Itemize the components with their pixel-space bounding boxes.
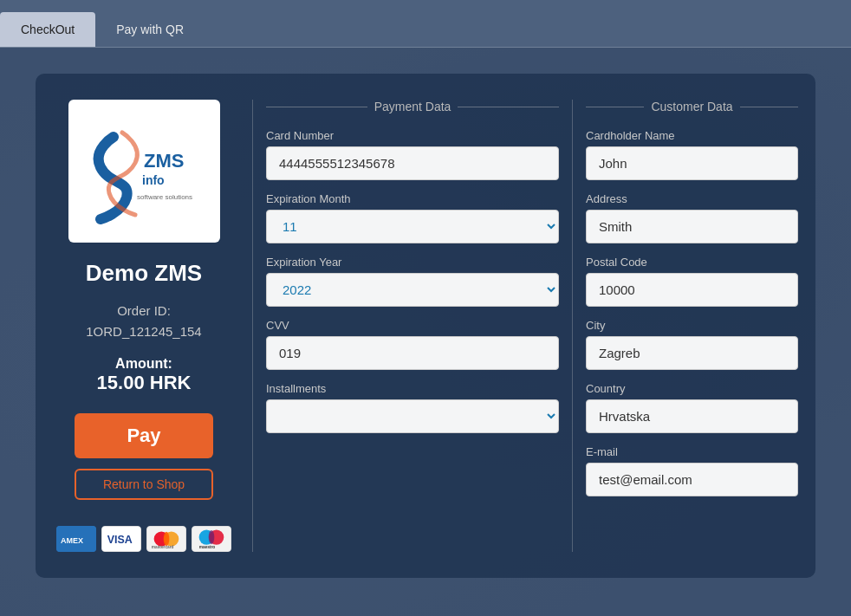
amount-label: Amount: [115,356,172,372]
address-label: Address [586,192,798,205]
city-group: City [586,319,798,370]
customer-data-title: Customer Data [586,100,798,113]
cardholder-name-input[interactable] [586,146,798,180]
postal-code-label: Postal Code [586,256,798,269]
svg-text:AMEX: AMEX [61,536,83,545]
postal-code-group: Postal Code [586,256,798,307]
installments-label: Installments [266,382,559,395]
card-number-input[interactable] [266,146,559,180]
payment-data-title: Payment Data [266,100,559,113]
installments-select[interactable]: 2 3 6 12 [266,399,559,433]
expiration-year-group: Expiration Year 2020 2021 2022 2023 2024… [266,256,559,307]
tab-pay-with-qr[interactable]: Pay with QR [95,12,205,47]
card-icons: AMEX VISA mas [56,526,231,552]
logo-svg: ZMS info software solutions [75,107,213,237]
svg-point-15 [209,530,215,544]
email-input[interactable] [586,463,798,496]
main-content: ZMS info software solutions Demo ZMS Ord… [0,48,851,604]
cvv-group: CVV [266,319,559,370]
pay-button[interactable]: Pay [75,413,213,458]
svg-text:ZMS: ZMS [144,150,184,172]
svg-text:info: info [142,173,165,187]
svg-text:software solutions: software solutions [137,193,192,201]
visa-icon: VISA [101,526,141,552]
email-label: E-mail [586,445,798,458]
cvv-label: CVV [266,319,559,332]
shop-name: Demo ZMS [86,260,202,287]
payment-panel: Payment Data Card Number Expiration Mont… [252,100,573,552]
svg-point-10 [164,532,170,546]
cardholder-name-label: Cardholder Name [586,129,798,142]
cardholder-name-group: Cardholder Name [586,129,798,180]
card-wrapper: ZMS info software solutions Demo ZMS Ord… [36,74,815,578]
country-input[interactable] [586,399,798,433]
expiration-year-select[interactable]: 2020 2021 2022 2023 2024 2025 [266,273,559,307]
card-number-label: Card Number [266,129,559,142]
postal-code-input[interactable] [586,273,798,307]
city-input[interactable] [586,336,798,370]
amount-value: 15.00 HRK [97,372,192,394]
card-number-group: Card Number [266,129,559,180]
cvv-input[interactable] [266,336,559,370]
amex-icon: AMEX [56,526,96,552]
svg-text:mastercard: mastercard [152,545,174,549]
tab-bar: CheckOut Pay with QR [0,0,851,48]
svg-text:maestro: maestro [199,545,216,549]
city-label: City [586,319,798,332]
left-panel: ZMS info software solutions Demo ZMS Ord… [53,100,252,552]
expiration-month-select[interactable]: 01 02 03 04 05 06 07 08 09 10 11 12 [266,210,559,243]
address-input[interactable] [586,210,798,243]
order-info: Order ID: 1ORD_121245_154 [86,301,201,342]
maestro-icon: maestro [192,526,231,552]
installments-group: Installments 2 3 6 12 [266,382,559,433]
return-to-shop-button[interactable]: Return to Shop [75,469,213,500]
mastercard-icon: mastercard [146,526,186,552]
expiration-year-label: Expiration Year [266,256,559,269]
address-group: Address [586,192,798,243]
email-group: E-mail [586,445,798,496]
expiration-month-group: Expiration Month 01 02 03 04 05 06 07 08… [266,192,559,243]
expiration-month-label: Expiration Month [266,192,559,205]
svg-text:VISA: VISA [107,534,133,546]
country-label: Country [586,382,798,395]
country-group: Country [586,382,798,433]
tab-checkout[interactable]: CheckOut [0,12,95,47]
logo-box: ZMS info software solutions [68,100,220,243]
customer-panel: Customer Data Cardholder Name Address Po… [573,100,798,552]
